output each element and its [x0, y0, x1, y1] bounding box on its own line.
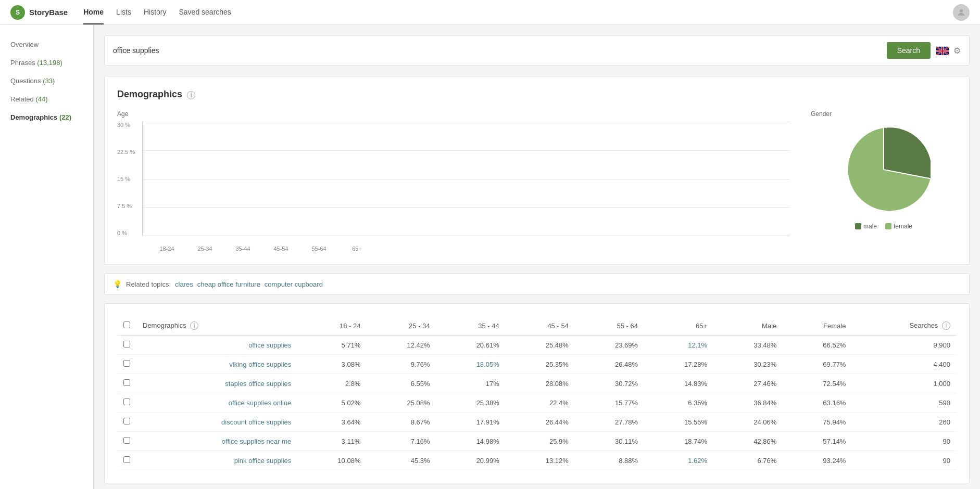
- chart-info-icon[interactable]: i: [187, 91, 195, 99]
- nav-home[interactable]: Home: [83, 1, 104, 24]
- related-link-clares[interactable]: clares: [175, 280, 193, 288]
- table-row: pink office supplies 10.08% 45.3% 20.99%…: [117, 451, 957, 470]
- table-header-row: Demographics i 18 - 24 25 - 34 35 - 44 4…: [117, 316, 957, 336]
- table-info-icon[interactable]: i: [190, 321, 198, 330]
- y-label-225: 22.5 %: [117, 149, 141, 155]
- row-c6-4: 15.55%: [644, 413, 713, 432]
- row-checkbox-1[interactable]: [123, 360, 130, 367]
- y-label-15: 15 %: [117, 176, 141, 182]
- sidebar-item-overview[interactable]: Overview: [0, 35, 93, 54]
- row-keyword-4[interactable]: discount office supplies: [136, 413, 297, 432]
- row-female-0: 66.52%: [783, 336, 852, 355]
- row-c3-5: 14.98%: [436, 432, 506, 451]
- th-female: Female: [783, 316, 852, 336]
- related-link-cheap-office[interactable]: cheap office furniture: [197, 280, 260, 288]
- row-checkbox-4[interactable]: [123, 418, 130, 424]
- row-c6-0: 12.1%: [644, 336, 713, 355]
- th-1824: 18 - 24: [297, 316, 367, 336]
- row-c4-6: 13.12%: [506, 451, 575, 470]
- questions-count: (33): [43, 77, 55, 85]
- row-c3-1: 18.05%: [436, 355, 506, 374]
- sidebar-item-related[interactable]: Related (44): [0, 90, 93, 108]
- nav-history[interactable]: History: [144, 1, 167, 23]
- row-c1-6: 10.08%: [297, 451, 367, 470]
- row-c2-6: 45.3%: [367, 451, 436, 470]
- row-keyword-2[interactable]: staples office supplies: [136, 374, 297, 393]
- demographics-table-card: Demographics i 18 - 24 25 - 34 35 - 44 4…: [104, 303, 970, 483]
- row-c2-4: 8.67%: [367, 413, 436, 432]
- row-c4-0: 25.48%: [506, 336, 575, 355]
- searches-info-icon[interactable]: i: [942, 321, 950, 330]
- sidebar: Overview Phrases (13,198) Questions (33)…: [0, 25, 94, 489]
- row-searches-0: 9,900: [852, 336, 957, 355]
- sidebar-label-related: Related: [10, 95, 34, 103]
- row-c4-2: 28.08%: [506, 374, 575, 393]
- row-checkbox-cell: [117, 413, 136, 432]
- sidebar-item-questions[interactable]: Questions (33): [0, 72, 93, 90]
- row-c3-3: 25.38%: [436, 393, 506, 413]
- legend-male-dot: [855, 223, 861, 229]
- row-checkbox-cell: [117, 355, 136, 374]
- row-keyword-5[interactable]: office supplies near me: [136, 432, 297, 451]
- row-c4-3: 22.4%: [506, 393, 575, 413]
- row-c2-1: 9.76%: [367, 355, 436, 374]
- sidebar-item-demographics[interactable]: Demographics (22): [0, 108, 93, 126]
- row-keyword-3[interactable]: office supplies online: [136, 393, 297, 413]
- row-searches-6: 90: [852, 451, 957, 470]
- x-label-3544: 35-44: [229, 246, 257, 252]
- settings-icon[interactable]: ⚙: [953, 46, 961, 56]
- x-label-4554: 45-54: [267, 246, 295, 252]
- row-checkbox-cell: [117, 336, 136, 355]
- x-axis-labels: 18-24 25-34 35-44 45-54 55-64 65+: [142, 246, 790, 252]
- row-checkbox-6[interactable]: [123, 456, 130, 463]
- row-female-1: 69.77%: [783, 355, 852, 374]
- y-label-30: 30 %: [117, 122, 141, 128]
- row-c5-5: 30.11%: [575, 432, 644, 451]
- x-label-1824: 18-24: [153, 246, 181, 252]
- row-male-2: 27.46%: [713, 374, 783, 393]
- page-layout: Overview Phrases (13,198) Questions (33)…: [0, 25, 980, 489]
- nav-links: Home Lists History Saved searches: [83, 1, 953, 24]
- row-c5-4: 27.78%: [575, 413, 644, 432]
- row-checkbox-cell: [117, 451, 136, 470]
- row-c2-3: 25.08%: [367, 393, 436, 413]
- row-c3-0: 20.61%: [436, 336, 506, 355]
- row-checkbox-5[interactable]: [123, 437, 130, 444]
- row-female-6: 93.24%: [783, 451, 852, 470]
- row-keyword-1[interactable]: viking office supplies: [136, 355, 297, 374]
- bar-chart-wrapper: 30 % 22.5 % 15 % 7.5 % 0 %: [117, 122, 790, 252]
- row-c3-6: 20.99%: [436, 451, 506, 470]
- row-checkbox-0[interactable]: [123, 341, 130, 348]
- legend-female-label: female: [894, 223, 912, 230]
- avatar[interactable]: [953, 4, 970, 21]
- row-c6-5: 18.74%: [644, 432, 713, 451]
- language-flag-icon[interactable]: [936, 46, 948, 55]
- sidebar-item-phrases[interactable]: Phrases (13,198): [0, 54, 93, 72]
- table-row: office supplies near me 3.11% 7.16% 14.9…: [117, 432, 957, 451]
- nav-saved-searches[interactable]: Saved searches: [179, 1, 231, 23]
- row-keyword-6[interactable]: pink office supplies: [136, 451, 297, 470]
- row-c3-4: 17.91%: [436, 413, 506, 432]
- search-button[interactable]: Search: [887, 42, 931, 59]
- row-searches-1: 4,400: [852, 355, 957, 374]
- row-c2-0: 12.42%: [367, 336, 436, 355]
- related-link-computer-cupboard[interactable]: computer cupboard: [265, 280, 323, 288]
- row-keyword-0[interactable]: office supplies: [136, 336, 297, 355]
- select-all-checkbox[interactable]: [123, 321, 130, 328]
- search-input[interactable]: [113, 46, 882, 55]
- row-male-5: 42.86%: [713, 432, 783, 451]
- row-checkbox-3[interactable]: [123, 398, 130, 405]
- row-male-6: 6.76%: [713, 451, 783, 470]
- logo-text: StoryBase: [29, 8, 68, 17]
- logo[interactable]: S StoryBase: [10, 5, 68, 20]
- sidebar-label-questions: Questions: [10, 77, 41, 85]
- nav-lists[interactable]: Lists: [116, 1, 131, 23]
- row-c2-2: 6.55%: [367, 374, 436, 393]
- th-5564: 55 - 64: [575, 316, 644, 336]
- grid-line-top: [143, 122, 790, 122]
- sidebar-label-overview: Overview: [10, 41, 39, 48]
- nav-right: [953, 4, 970, 21]
- row-checkbox-2[interactable]: [123, 379, 130, 386]
- row-searches-2: 1,000: [852, 374, 957, 393]
- related-count: (44): [35, 95, 47, 103]
